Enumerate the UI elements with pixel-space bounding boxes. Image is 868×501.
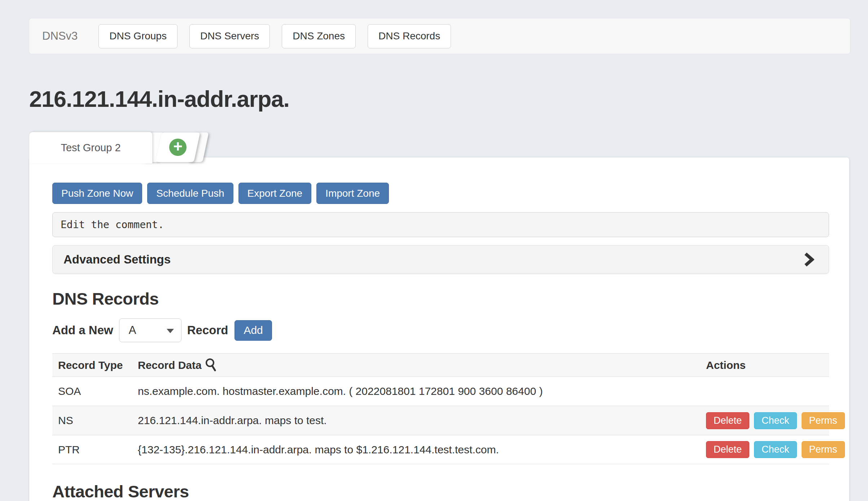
record-type-cell: NS [52,414,132,427]
group-tab-bar: + Test Group 2 [29,132,245,164]
page-title: 216.121.144.in-addr.arpa. [29,86,289,112]
check-record-button[interactable]: Check [754,412,797,429]
tab-label: Test Group 2 [61,142,120,154]
dns-records-heading: DNS Records [52,289,849,308]
delete-record-button[interactable]: Delete [706,412,749,429]
plus-icon[interactable]: + [169,139,187,156]
header-record-data: Record Data [138,359,202,371]
top-navbar: DNSv3 DNS Groups DNS Servers DNS Zones D… [29,18,850,54]
nav-dns-records-button[interactable]: DNS Records [368,24,451,48]
dns-records-table: Record Type Record Data Actions SOA ns.e… [52,353,829,464]
record-data-cell: {132-135}.216.121.144.in-addr.arpa. maps… [132,444,700,456]
zone-panel: Push Zone Now Schedule Push Export Zone … [29,157,850,501]
app-brand: DNSv3 [42,30,78,43]
record-type-cell: SOA [52,385,132,397]
add-record-row: Add a New A Record Add [52,318,849,342]
tab-test-group-2[interactable]: Test Group 2 [29,132,153,164]
records-table-header: Record Type Record Data Actions [52,353,829,376]
zone-comment-field[interactable]: Edit the comment. [52,212,829,237]
perms-record-button[interactable]: Perms [802,441,845,458]
record-type-selected-value: A [129,324,136,337]
push-zone-now-button[interactable]: Push Zone Now [52,183,142,204]
add-record-suffix-label: Record [187,323,228,337]
header-record-type: Record Type [52,359,132,371]
import-zone-button[interactable]: Import Zone [316,183,389,204]
nav-dns-groups-button[interactable]: DNS Groups [98,24,177,48]
record-actions-cell: Delete Check Perms [700,441,829,458]
chevron-right-icon [803,252,814,267]
attached-servers-heading: Attached Servers [52,483,849,500]
record-type-cell: PTR [52,444,132,456]
advanced-settings-toggle[interactable]: Advanced Settings [52,245,829,274]
zone-actions-toolbar: Push Zone Now Schedule Push Export Zone … [52,183,849,204]
add-record-button[interactable]: Add [234,320,272,341]
advanced-settings-label: Advanced Settings [63,253,171,266]
record-type-select[interactable]: A [119,318,181,342]
zone-comment-text: Edit the comment. [61,219,164,231]
nav-dns-servers-button[interactable]: DNS Servers [189,24,270,48]
perms-record-button[interactable]: Perms [802,412,845,429]
add-group-tab[interactable]: + [155,132,200,162]
nav-dns-zones-button[interactable]: DNS Zones [282,24,356,48]
search-icon[interactable] [205,358,218,373]
table-row-ns: NS 216.121.144.in-addr.arpa. maps to tes… [52,406,829,435]
record-data-cell: 216.121.144.in-addr.arpa. maps to test. [132,414,700,427]
export-zone-button[interactable]: Export Zone [238,183,312,204]
record-actions-cell: Delete Check Perms [700,412,829,429]
schedule-push-button[interactable]: Schedule Push [147,183,233,204]
add-record-prefix-label: Add a New [52,323,113,337]
record-data-cell: ns.example.com. hostmaster.example.com. … [132,385,700,397]
table-row-soa: SOA ns.example.com. hostmaster.example.c… [52,376,829,406]
check-record-button[interactable]: Check [754,441,797,458]
chevron-down-icon [167,329,174,333]
delete-record-button[interactable]: Delete [706,441,749,458]
table-row-ptr: PTR {132-135}.216.121.144.in-addr.arpa. … [52,435,829,464]
header-actions: Actions [700,359,829,371]
